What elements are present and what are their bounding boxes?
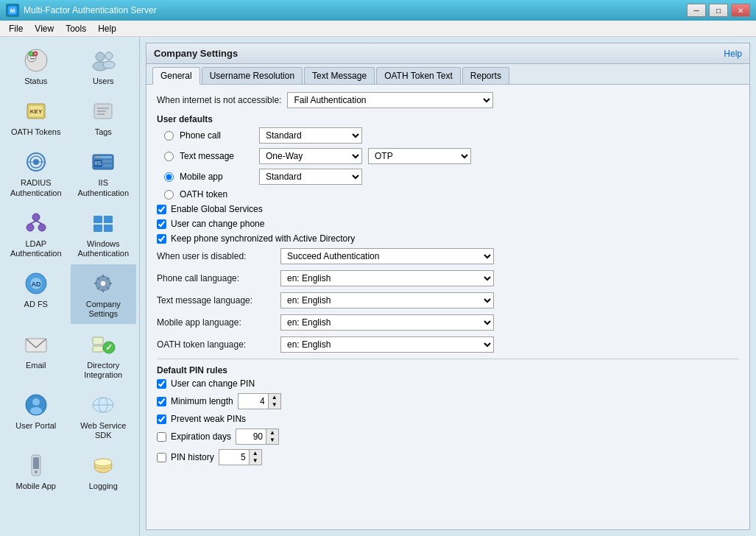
radius-icon [21,147,51,177]
pin-history-checkbox[interactable] [157,453,166,462]
sidebar-label-logging: Logging [89,482,118,491]
company-settings-icon [88,269,118,298]
sidebar-item-windows[interactable]: Windows Authentication [71,204,137,263]
user-can-change-phone-checkbox[interactable] [157,219,166,229]
sidebar-item-adfs[interactable]: AD AD FS [3,264,69,323]
mobile-lang-select[interactable]: en: English es: Spanish fr: French [280,314,494,331]
svg-line-38 [30,221,36,224]
pin-history-spinbox[interactable]: ▲ ▼ [219,449,262,465]
oath-lang-row: OATH token language: en: English es: Spa… [157,336,739,353]
help-link[interactable]: Help [724,49,742,59]
text-message-select2[interactable]: OTP PIN [368,148,471,164]
expiration-checkbox[interactable] [157,432,166,442]
internet-select[interactable]: Fail Authentication Succeed Authenticati… [287,92,493,108]
min-length-down[interactable]: ▼ [269,401,280,409]
sidebar-item-status[interactable]: ✓ ✕ Status [3,41,69,91]
sidebar-item-iis[interactable]: IIS IIS Authentication [71,143,137,202]
mobile-app-icon [21,451,51,480]
content-area: Company Settings Help General Username R… [140,37,756,536]
oath-lang-label: OATH token language: [157,339,275,350]
sidebar-item-ldap[interactable]: LDAP Authentication [3,204,69,263]
tab-text-message[interactable]: Text Message [304,67,375,84]
sidebar-item-email[interactable]: Email [3,325,69,384]
phone-lang-select[interactable]: en: English es: Spanish fr: French [280,270,494,286]
tab-general[interactable]: General [152,67,200,85]
title-bar: M Multi-Factor Authentication Server ─ □… [0,0,756,21]
sidebar-label-email: Email [26,361,46,370]
menu-help[interactable]: Help [92,22,122,35]
sidebar-item-radius[interactable]: RADIUS Authentication [3,143,69,202]
min-length-checkbox[interactable] [157,397,166,406]
keep-phone-sync-label: Keep phone synchronized with Active Dire… [171,233,355,244]
minimize-button[interactable]: ─ [687,4,706,17]
user-defaults-group: Phone call Standard Custom Text message … [164,127,739,200]
phone-lang-row: Phone call language: en: English es: Spa… [157,270,739,286]
svg-rect-59 [93,346,103,352]
sidebar-item-user-portal[interactable]: User Portal [3,386,69,445]
sidebar-item-web-service-sdk[interactable]: Web Service SDK [71,386,137,445]
pin-history-down[interactable]: ▼ [250,457,261,465]
tab-username-resolution[interactable]: Username Resolution [202,67,303,84]
sidebar-item-oath-tokens[interactable]: KEY OATH Tokens [3,92,69,141]
status-icon: ✓ ✕ [21,46,51,75]
text-message-radio[interactable] [164,152,174,161]
sidebar-item-directory-integration[interactable]: ✓ Directory Integration [71,325,137,384]
svg-point-37 [38,224,46,231]
sidebar-item-users[interactable]: Users [71,41,137,91]
pin-history-spinbox-controls: ▲ ▼ [249,450,261,465]
user-change-pin-checkbox[interactable] [157,379,166,389]
text-message-select1[interactable]: One-Way Two-Way [259,148,362,164]
sidebar-item-company-settings[interactable]: Company Settings [71,264,137,323]
sidebar-item-tags[interactable]: Tags [71,92,137,141]
svg-point-11 [96,52,105,61]
expiration-spinbox[interactable]: ▲ ▼ [236,429,279,445]
user-portal-icon [21,390,51,420]
sidebar-label-windows: Windows Authentication [74,239,134,258]
svg-rect-41 [104,216,113,223]
svg-rect-58 [93,337,103,345]
prevent-weak-checkbox[interactable] [157,415,166,424]
windows-icon [88,208,118,238]
oath-token-radio[interactable] [164,190,174,200]
menu-tools[interactable]: Tools [60,22,92,35]
oath-token-row: OATH token [164,189,739,200]
tags-icon [88,96,118,126]
expiration-input[interactable] [236,429,266,444]
svg-rect-33 [103,164,112,167]
svg-point-29 [97,157,99,158]
menu-view[interactable]: View [29,22,60,35]
keep-phone-sync-checkbox[interactable] [157,234,166,244]
oath-tokens-icon: KEY [21,96,51,126]
phone-call-radio[interactable] [164,131,174,141]
user-disabled-label: When user is disabled: [157,251,275,261]
phone-call-select[interactable]: Standard Custom [259,127,362,144]
expiration-down[interactable]: ▼ [266,437,278,444]
restore-button[interactable]: □ [709,4,728,17]
min-length-spinbox[interactable]: ▲ ▼ [238,393,281,409]
oath-lang-select[interactable]: en: English es: Spanish fr: French [280,336,494,353]
close-button[interactable]: ✕ [731,4,750,17]
text-lang-select[interactable]: en: English es: Spanish fr: French [280,292,494,308]
min-length-input[interactable] [239,394,268,409]
users-icon [88,46,118,75]
tab-reports[interactable]: Reports [462,67,509,84]
main-layout: ✓ ✕ Status Users [0,37,756,536]
pin-history-up[interactable]: ▲ [250,450,261,457]
menu-file[interactable]: File [3,22,29,35]
tab-oath-token-text[interactable]: OATH Token Text [376,67,461,84]
expiration-up[interactable]: ▲ [266,429,278,437]
user-disabled-row: When user is disabled: Succeed Authentic… [157,248,739,264]
mobile-app-radio[interactable] [164,172,174,182]
form-content: When internet is not accessible: Fail Au… [146,85,749,526]
min-length-up[interactable]: ▲ [269,394,280,401]
sidebar-item-mobile-app[interactable]: Mobile App [3,446,69,496]
pin-history-input[interactable] [219,450,249,465]
expiration-row: Expiration days ▲ ▼ [157,429,739,445]
sidebar-item-logging[interactable]: Logging [71,446,137,496]
mobile-app-select[interactable]: Standard Custom [259,169,362,185]
user-disabled-select[interactable]: Succeed Authentication Fail Authenticati… [280,248,494,264]
enable-global-services-checkbox[interactable] [157,205,166,214]
directory-integration-icon: ✓ [88,330,118,359]
pin-history-row: PIN history ▲ ▼ [157,449,739,465]
svg-point-36 [27,224,34,231]
